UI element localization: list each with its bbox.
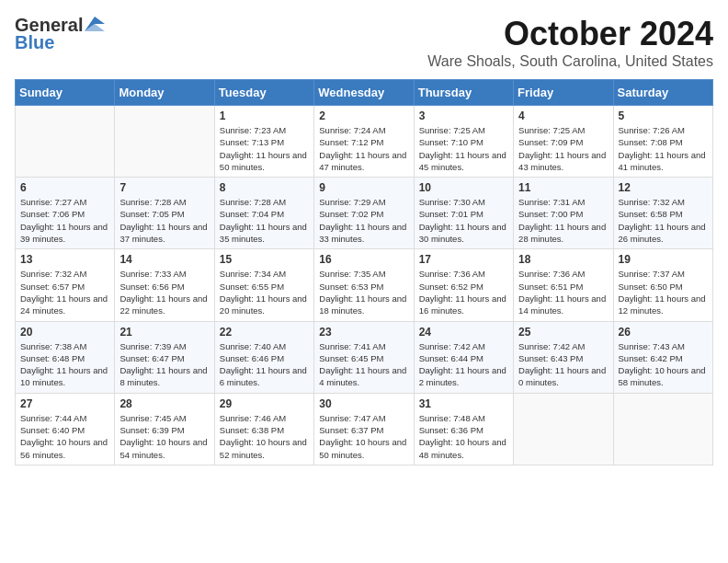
calendar-cell: 22Sunrise: 7:40 AM Sunset: 6:46 PM Dayli…	[214, 321, 313, 393]
day-number: 31	[419, 397, 508, 410]
day-number: 25	[518, 326, 608, 339]
calendar-cell: 31Sunrise: 7:48 AM Sunset: 6:36 PM Dayli…	[414, 393, 513, 465]
calendar-week-row: 1Sunrise: 7:23 AM Sunset: 7:13 PM Daylig…	[16, 106, 713, 178]
weekday-header-thursday: Thursday	[414, 80, 513, 106]
day-number: 15	[220, 253, 309, 266]
calendar-cell	[16, 106, 115, 178]
day-number: 29	[220, 397, 309, 410]
calendar-cell: 14Sunrise: 7:33 AM Sunset: 6:56 PM Dayli…	[115, 249, 214, 321]
day-number: 9	[319, 181, 408, 194]
weekday-header-wednesday: Wednesday	[314, 80, 414, 106]
weekday-header-monday: Monday	[115, 80, 214, 106]
day-info: Sunrise: 7:38 AM Sunset: 6:48 PM Dayligh…	[20, 340, 109, 389]
title-area: October 2024 Ware Shoals, South Carolina…	[427, 15, 713, 70]
calendar-cell	[115, 106, 214, 178]
day-info: Sunrise: 7:25 AM Sunset: 7:10 PM Dayligh…	[419, 124, 508, 173]
day-number: 22	[220, 326, 309, 339]
day-number: 26	[619, 326, 708, 339]
day-info: Sunrise: 7:41 AM Sunset: 6:45 PM Dayligh…	[319, 340, 408, 389]
month-title: October 2024	[427, 15, 713, 53]
page-header: General Blue October 2024 Ware Shoals, S…	[15, 15, 713, 70]
day-number: 8	[220, 181, 309, 194]
calendar-cell: 8Sunrise: 7:28 AM Sunset: 7:04 PM Daylig…	[214, 178, 313, 249]
calendar-cell	[613, 393, 712, 465]
day-info: Sunrise: 7:42 AM Sunset: 6:44 PM Dayligh…	[419, 340, 508, 389]
day-info: Sunrise: 7:40 AM Sunset: 6:46 PM Dayligh…	[220, 340, 309, 389]
weekday-header-tuesday: Tuesday	[214, 80, 313, 106]
day-info: Sunrise: 7:36 AM Sunset: 6:52 PM Dayligh…	[419, 268, 508, 316]
calendar-cell: 3Sunrise: 7:25 AM Sunset: 7:10 PM Daylig…	[414, 106, 513, 178]
calendar-cell: 13Sunrise: 7:32 AM Sunset: 6:57 PM Dayli…	[16, 249, 115, 321]
day-number: 12	[619, 181, 708, 194]
calendar-cell: 18Sunrise: 7:36 AM Sunset: 6:51 PM Dayli…	[514, 249, 613, 321]
logo: General Blue	[15, 15, 105, 53]
calendar-cell: 11Sunrise: 7:31 AM Sunset: 7:00 PM Dayli…	[514, 178, 613, 249]
logo-icon	[85, 17, 105, 31]
calendar-cell: 16Sunrise: 7:35 AM Sunset: 6:53 PM Dayli…	[314, 249, 414, 321]
day-number: 23	[319, 326, 408, 339]
day-info: Sunrise: 7:23 AM Sunset: 7:13 PM Dayligh…	[220, 124, 309, 173]
calendar-cell: 15Sunrise: 7:34 AM Sunset: 6:55 PM Dayli…	[214, 249, 313, 321]
calendar-cell: 28Sunrise: 7:45 AM Sunset: 6:39 PM Dayli…	[115, 393, 214, 465]
day-number: 20	[20, 326, 109, 339]
day-number: 11	[518, 181, 608, 194]
calendar-cell: 24Sunrise: 7:42 AM Sunset: 6:44 PM Dayli…	[414, 321, 513, 393]
day-info: Sunrise: 7:27 AM Sunset: 7:06 PM Dayligh…	[20, 196, 109, 245]
calendar-cell	[514, 393, 613, 465]
calendar-cell: 30Sunrise: 7:47 AM Sunset: 6:37 PM Dayli…	[314, 393, 414, 465]
calendar-cell: 25Sunrise: 7:42 AM Sunset: 6:43 PM Dayli…	[514, 321, 613, 393]
calendar-cell: 21Sunrise: 7:39 AM Sunset: 6:47 PM Dayli…	[115, 321, 214, 393]
calendar-cell: 6Sunrise: 7:27 AM Sunset: 7:06 PM Daylig…	[16, 178, 115, 249]
day-number: 19	[619, 253, 708, 266]
day-info: Sunrise: 7:36 AM Sunset: 6:51 PM Dayligh…	[518, 268, 608, 316]
calendar-cell: 23Sunrise: 7:41 AM Sunset: 6:45 PM Dayli…	[314, 321, 414, 393]
weekday-header-sunday: Sunday	[16, 80, 115, 106]
day-number: 17	[419, 253, 508, 266]
day-number: 13	[20, 253, 109, 266]
calendar-week-row: 6Sunrise: 7:27 AM Sunset: 7:06 PM Daylig…	[16, 178, 713, 249]
day-number: 4	[518, 109, 608, 122]
calendar-cell: 2Sunrise: 7:24 AM Sunset: 7:12 PM Daylig…	[314, 106, 414, 178]
calendar-cell: 4Sunrise: 7:25 AM Sunset: 7:09 PM Daylig…	[514, 106, 613, 178]
calendar-week-row: 20Sunrise: 7:38 AM Sunset: 6:48 PM Dayli…	[16, 321, 713, 393]
calendar-cell: 17Sunrise: 7:36 AM Sunset: 6:52 PM Dayli…	[414, 249, 513, 321]
calendar-cell: 9Sunrise: 7:29 AM Sunset: 7:02 PM Daylig…	[314, 178, 414, 249]
day-number: 21	[119, 326, 209, 339]
day-number: 16	[319, 253, 408, 266]
day-info: Sunrise: 7:25 AM Sunset: 7:09 PM Dayligh…	[518, 124, 608, 173]
calendar-cell: 29Sunrise: 7:46 AM Sunset: 6:38 PM Dayli…	[214, 393, 313, 465]
day-info: Sunrise: 7:31 AM Sunset: 7:00 PM Dayligh…	[518, 196, 608, 245]
day-number: 30	[319, 397, 408, 410]
day-info: Sunrise: 7:29 AM Sunset: 7:02 PM Dayligh…	[319, 196, 408, 245]
day-number: 28	[119, 397, 209, 410]
day-number: 14	[119, 253, 209, 266]
day-info: Sunrise: 7:44 AM Sunset: 6:40 PM Dayligh…	[20, 412, 109, 461]
weekday-header-friday: Friday	[514, 80, 613, 106]
calendar-week-row: 27Sunrise: 7:44 AM Sunset: 6:40 PM Dayli…	[16, 393, 713, 465]
day-info: Sunrise: 7:34 AM Sunset: 6:55 PM Dayligh…	[220, 268, 309, 316]
day-info: Sunrise: 7:39 AM Sunset: 6:47 PM Dayligh…	[119, 340, 209, 389]
calendar-cell: 20Sunrise: 7:38 AM Sunset: 6:48 PM Dayli…	[16, 321, 115, 393]
day-info: Sunrise: 7:35 AM Sunset: 6:53 PM Dayligh…	[319, 268, 408, 316]
weekday-header-saturday: Saturday	[613, 80, 712, 106]
calendar-cell: 10Sunrise: 7:30 AM Sunset: 7:01 PM Dayli…	[414, 178, 513, 249]
day-info: Sunrise: 7:30 AM Sunset: 7:01 PM Dayligh…	[419, 196, 508, 245]
day-info: Sunrise: 7:28 AM Sunset: 7:05 PM Dayligh…	[119, 196, 209, 245]
day-info: Sunrise: 7:37 AM Sunset: 6:50 PM Dayligh…	[619, 268, 708, 316]
calendar-week-row: 13Sunrise: 7:32 AM Sunset: 6:57 PM Dayli…	[16, 249, 713, 321]
calendar-cell: 12Sunrise: 7:32 AM Sunset: 6:58 PM Dayli…	[613, 178, 712, 249]
day-info: Sunrise: 7:43 AM Sunset: 6:42 PM Dayligh…	[619, 340, 708, 389]
calendar-table: SundayMondayTuesdayWednesdayThursdayFrid…	[15, 79, 713, 465]
day-info: Sunrise: 7:28 AM Sunset: 7:04 PM Dayligh…	[220, 196, 309, 245]
day-info: Sunrise: 7:47 AM Sunset: 6:37 PM Dayligh…	[319, 412, 408, 461]
day-info: Sunrise: 7:32 AM Sunset: 6:58 PM Dayligh…	[619, 196, 708, 245]
day-number: 24	[419, 326, 508, 339]
day-info: Sunrise: 7:46 AM Sunset: 6:38 PM Dayligh…	[220, 412, 309, 461]
calendar-header-row: SundayMondayTuesdayWednesdayThursdayFrid…	[16, 80, 713, 106]
day-info: Sunrise: 7:33 AM Sunset: 6:56 PM Dayligh…	[119, 268, 209, 316]
calendar-cell: 19Sunrise: 7:37 AM Sunset: 6:50 PM Dayli…	[613, 249, 712, 321]
day-info: Sunrise: 7:45 AM Sunset: 6:39 PM Dayligh…	[119, 412, 209, 461]
day-info: Sunrise: 7:42 AM Sunset: 6:43 PM Dayligh…	[518, 340, 608, 389]
day-info: Sunrise: 7:24 AM Sunset: 7:12 PM Dayligh…	[319, 124, 408, 173]
day-number: 5	[619, 109, 708, 122]
